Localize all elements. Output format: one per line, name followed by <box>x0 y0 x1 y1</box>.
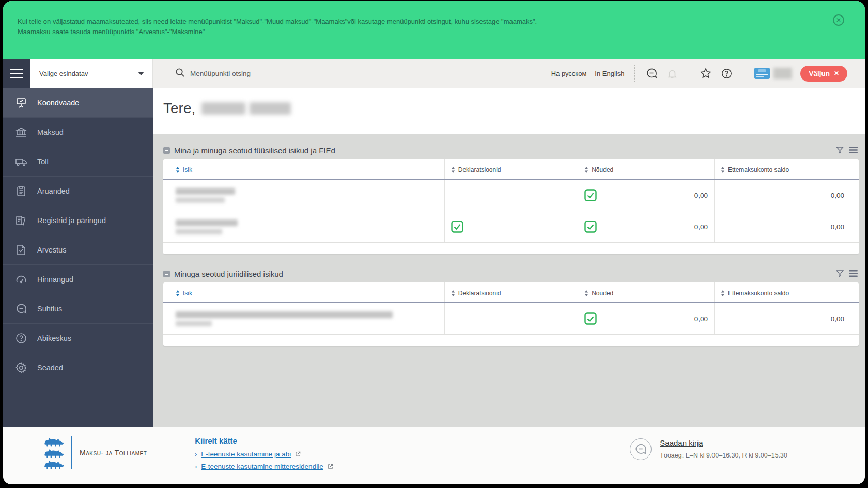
banner-line-1: Kui teile on väljastatud maamaksuteated,… <box>18 17 829 27</box>
person-cell-blurred <box>163 211 444 242</box>
sidebar-item-registrid[interactable]: Registrid ja päringud <box>3 206 153 235</box>
topbar: На русском In English <box>153 59 865 88</box>
help-circle-icon[interactable] <box>720 67 733 80</box>
saldo-value: 0,00 <box>831 223 844 231</box>
section-header-legal-entities: Minuga seotud juriidilised isikud <box>163 270 859 278</box>
table-row[interactable]: 0,00 0,00 <box>163 180 859 211</box>
nouded-cell: 0,00 <box>578 303 714 334</box>
sidebar-item-seaded[interactable]: Seaded <box>3 353 153 382</box>
chat-bubble-icon[interactable] <box>645 67 658 80</box>
sidebar-item-label: Abikeskus <box>37 334 71 342</box>
sort-icon <box>584 290 588 296</box>
user-identity[interactable] <box>754 67 792 80</box>
saldo-value: 0,00 <box>831 192 844 199</box>
deklaratsioonid-cell <box>444 303 578 334</box>
sidebar-item-label: Seaded <box>37 364 63 372</box>
registry-icon <box>14 214 28 227</box>
hamburger-icon[interactable] <box>3 59 30 88</box>
filter-icon[interactable] <box>836 270 844 277</box>
sidebar-item-hinnangud[interactable]: Hinnangud <box>3 264 153 294</box>
table-row[interactable]: 0,00 0,00 <box>163 303 859 335</box>
app-window: Kui teile on väljastatud maamaksuteated,… <box>3 1 865 484</box>
list-icon[interactable] <box>849 147 858 153</box>
column-header-deklaratsioonid[interactable]: Deklaratsioonid <box>444 282 578 302</box>
column-header-saldo[interactable]: Ettemaksukonto saldo <box>714 282 859 302</box>
sidebar-item-toll[interactable]: Toll <box>3 147 153 176</box>
legal-entities-table: Isik Deklaratsioonid Nõuded <box>163 282 859 346</box>
gear-icon <box>14 361 28 374</box>
banner-close-icon[interactable]: ✕ <box>833 14 844 26</box>
contact-block: Saadan kirja Tööaeg: E–N kl 9.00–16.30, … <box>630 435 787 460</box>
saldo-value: 0,00 <box>831 315 844 323</box>
logout-button[interactable]: Väljun ✕ <box>800 66 847 82</box>
language-link-russian[interactable]: На русском <box>551 70 587 77</box>
individuals-table: Isik Deklaratsioonid Nõuded <box>163 159 859 254</box>
sidebar-item-maksud[interactable]: Maksud <box>3 117 153 147</box>
star-icon[interactable] <box>700 67 712 80</box>
menu-search-input[interactable] <box>190 70 324 77</box>
bank-icon <box>14 125 28 139</box>
representative-select-label: Valige esindatav <box>39 70 88 77</box>
sidebar-item-label: Aruanded <box>37 187 70 195</box>
check-icon <box>584 312 597 325</box>
deklaratsioonid-cell <box>444 211 578 242</box>
footer-divider <box>560 432 560 480</box>
table-row[interactable]: 0,00 0,00 <box>163 211 859 243</box>
quick-link-eservices-nonresidents[interactable]: › E-teenuste kasutamine mitteresidendile <box>195 463 333 470</box>
footer: Maksu- ja Tolliamet Kiirelt kätte › E-te… <box>3 427 865 484</box>
person-cell-blurred <box>163 180 444 211</box>
bell-icon[interactable] <box>666 67 678 80</box>
logo-divider <box>71 436 72 469</box>
sidebar-item-koondvaade[interactable]: Koondvaade <box>3 88 153 117</box>
column-header-nouded[interactable]: Nõuded <box>578 159 714 179</box>
collapse-icon[interactable] <box>163 147 170 154</box>
check-icon <box>584 221 597 233</box>
column-header-deklaratsioonid[interactable]: Deklaratsioonid <box>444 159 578 179</box>
clipboard-icon <box>14 184 28 198</box>
person-cell-blurred <box>163 303 444 334</box>
column-header-saldo[interactable]: Ettemaksukonto saldo <box>714 159 859 179</box>
deklaratsioonid-cell <box>444 180 578 211</box>
logout-label: Väljun <box>809 70 830 77</box>
sidebar: Valige esindatav Koondvaade Maksud <box>3 59 153 427</box>
collapse-icon[interactable] <box>163 271 170 277</box>
nouded-value: 0,00 <box>694 315 708 323</box>
help-icon <box>14 332 28 345</box>
chevron-down-icon <box>138 72 144 75</box>
column-header-nouded[interactable]: Nõuded <box>578 282 714 302</box>
greeting-text: Tere, <box>163 100 195 117</box>
nouded-cell: 0,00 <box>578 211 714 242</box>
section-title: Minuga seotud juriidilised isikud <box>174 270 283 278</box>
agency-logo: Maksu- ja Tolliamet <box>43 436 147 469</box>
representative-select[interactable]: Valige esindatav <box>30 59 153 88</box>
sidebar-item-suhtlus[interactable]: Suhtlus <box>3 294 153 323</box>
saldo-cell: 0,00 <box>714 211 859 242</box>
column-header-isik[interactable]: Isik <box>163 159 444 179</box>
chat-bubble-icon[interactable] <box>630 438 652 460</box>
sidebar-item-label: Arvestus <box>37 246 66 254</box>
language-link-english[interactable]: In English <box>595 70 624 77</box>
sidebar-item-abikeskus[interactable]: Abikeskus <box>3 323 153 353</box>
quick-link-eservices-help[interactable]: › E-teenuste kasutamine ja abi <box>195 450 333 458</box>
banner-line-2: Maamaksu saate tasuda menüüpunktis "Arve… <box>18 27 829 37</box>
divider <box>634 65 635 82</box>
sort-icon <box>451 290 455 296</box>
list-icon[interactable] <box>849 270 858 277</box>
filter-icon[interactable] <box>836 146 844 154</box>
quick-links-title: Kiirelt kätte <box>195 436 333 445</box>
sidebar-item-label: Registrid ja päringud <box>37 216 106 225</box>
document-icon <box>14 243 28 257</box>
section-title: Mina ja minuga seotud füüsilised isikud … <box>174 146 335 155</box>
three-lions-icon <box>43 437 65 469</box>
sidebar-item-arvestus[interactable]: Arvestus <box>3 235 153 264</box>
sidebar-item-aruanded[interactable]: Aruanded <box>3 176 153 206</box>
chevron-right-icon: › <box>195 451 197 458</box>
chat-icon <box>14 302 28 316</box>
saldo-cell: 0,00 <box>714 303 859 334</box>
send-letter-link[interactable]: Saadan kirja <box>660 438 703 447</box>
nouded-value: 0,00 <box>694 192 708 199</box>
column-header-isik[interactable]: Isik <box>163 282 444 302</box>
notification-banner: Kui teile on väljastatud maamaksuteated,… <box>3 1 865 59</box>
menu-search <box>175 68 551 80</box>
sidebar-menu: Koondvaade Maksud Toll <box>3 88 153 427</box>
